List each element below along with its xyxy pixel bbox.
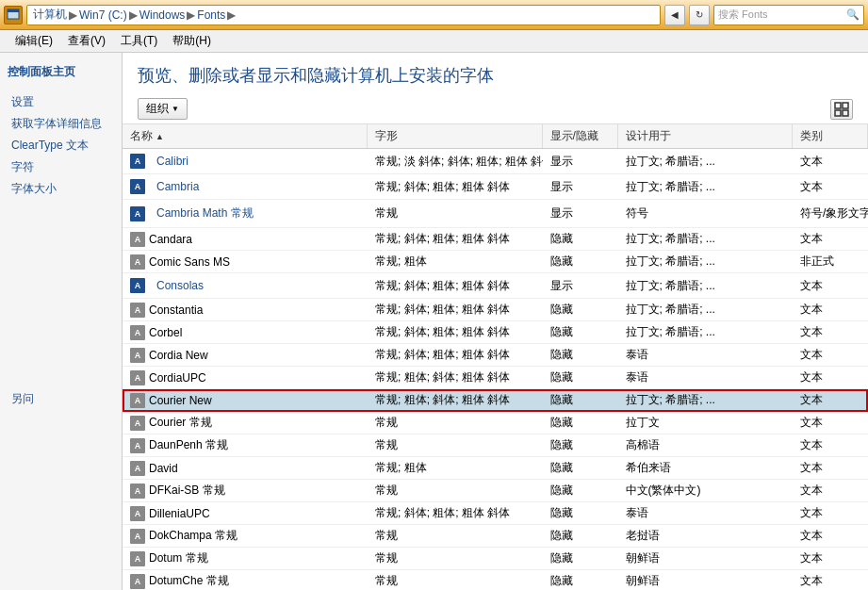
back-button[interactable]: ◀	[664, 5, 685, 25]
sidebar-item-settings[interactable]: 设置	[0, 91, 122, 113]
menu-bar: 编辑(E) 查看(V) 工具(T) 帮助(H)	[0, 30, 868, 53]
table-row[interactable]: A Consolas 常规; 斜体; 粗体; 粗体 斜体 显示 拉丁文; 希腊语…	[123, 273, 868, 299]
td-name: A Cambria	[123, 174, 368, 199]
table-body: A Calibri 常规; 淡 斜体; 斜体; 粗体; 粗体 斜体; 淡 显示 …	[123, 149, 868, 590]
td-style: 常规; 粗体; 斜体; 粗体 斜体	[368, 367, 543, 388]
table-row[interactable]: A Comic Sans MS 常规; 粗体 隐藏 拉丁文; 希腊语; ... …	[123, 251, 868, 273]
td-category: 文本	[793, 344, 868, 366]
font-table[interactable]: 名称 ▲ 字形 显示/隐藏 设计用于 类别 A Calibri 常规; 淡 斜体…	[123, 124, 868, 590]
font-icon: A	[130, 206, 145, 221]
font-icon: A	[130, 574, 145, 589]
td-designed-for: 拉丁文; 希腊语; ...	[618, 389, 794, 411]
sep-2: ▶	[129, 8, 138, 22]
td-visibility: 隐藏	[543, 228, 618, 250]
menu-tools[interactable]: 工具(T)	[113, 31, 165, 51]
font-name: David	[149, 462, 178, 475]
table-row[interactable]: A DokChampa 常规 常规 隐藏 老挝语 文本	[123, 525, 868, 548]
menu-help[interactable]: 帮助(H)	[165, 31, 219, 51]
table-row[interactable]: A Corbel 常规; 斜体; 粗体; 粗体 斜体 隐藏 拉丁文; 希腊语; …	[123, 321, 868, 344]
td-designed-for: 符号	[618, 200, 794, 227]
th-designed-for: 设计用于	[618, 124, 794, 148]
table-row[interactable]: A Courier 常规 常规 隐藏 拉丁文 文本	[123, 412, 868, 434]
refresh-button[interactable]: ↻	[689, 5, 710, 25]
table-row[interactable]: A DaunPenh 常规 常规 隐藏 高棉语 文本	[123, 434, 868, 457]
td-style: 常规	[368, 570, 543, 590]
th-visibility: 显示/隐藏	[543, 124, 618, 148]
td-designed-for: 拉丁文; 希腊语; ...	[618, 299, 794, 320]
sidebar-item-char[interactable]: 字符	[0, 156, 122, 178]
sidebar-item-font-size[interactable]: 字体大小	[0, 178, 122, 200]
td-visibility: 隐藏	[543, 344, 618, 366]
td-designed-for: 朝鲜语	[618, 548, 794, 569]
table-row[interactable]: A Dotum 常规 常规 隐藏 朝鲜语 文本	[123, 548, 868, 570]
td-name: A DFKai-SB 常规	[123, 480, 368, 501]
td-name: A Cordia New	[123, 344, 368, 366]
td-visibility: 隐藏	[543, 434, 618, 456]
td-visibility: 显示	[543, 200, 618, 227]
font-icon: A	[130, 438, 145, 453]
font-icon: A	[130, 325, 145, 340]
font-name: Dotum 常规	[149, 550, 208, 566]
td-visibility: 隐藏	[543, 389, 618, 411]
table-row[interactable]: A Cordia New 常规; 斜体; 粗体; 粗体 斜体 隐藏 泰语 文本	[123, 344, 868, 367]
th-name[interactable]: 名称 ▲	[123, 124, 368, 148]
font-name: Courier New	[149, 394, 212, 407]
td-style: 常规; 斜体; 粗体; 粗体 斜体	[368, 502, 543, 524]
td-style: 常规	[368, 412, 543, 434]
td-category: 文本	[793, 434, 868, 456]
sidebar-item-help[interactable]: 另问	[0, 388, 122, 410]
td-style: 常规; 粗体	[368, 251, 543, 272]
table-row[interactable]: A Cambria 常规; 斜体; 粗体; 粗体 斜体 显示 拉丁文; 希腊语;…	[123, 174, 868, 200]
td-designed-for: 老挝语	[618, 525, 794, 547]
td-designed-for: 中文(繁体中文)	[618, 480, 794, 501]
td-visibility: 隐藏	[543, 412, 618, 434]
view-toggle-button[interactable]	[830, 99, 853, 120]
toolbar: 组织 ▼	[123, 94, 868, 124]
td-designed-for: 拉丁文; 希腊语; ...	[618, 273, 794, 298]
table-row[interactable]: A Courier New 常规; 粗体; 斜体; 粗体 斜体 隐藏 拉丁文; …	[123, 389, 868, 412]
breadcrumb-windows[interactable]: Windows	[139, 8, 186, 22]
td-name: A DokChampa 常规	[123, 525, 368, 547]
menu-view[interactable]: 查看(V)	[60, 31, 113, 51]
font-name: Cordia New	[149, 349, 208, 362]
td-name: A Courier New	[123, 389, 368, 411]
font-icon: A	[130, 370, 145, 385]
td-designed-for: 拉丁文; 希腊语; ...	[618, 149, 794, 173]
table-row[interactable]: A DilleniaUPC 常规; 斜体; 粗体; 粗体 斜体 隐藏 泰语 文本	[123, 502, 868, 525]
sidebar-item-cleartype[interactable]: ClearType 文本	[0, 135, 122, 156]
table-row[interactable]: A Calibri 常规; 淡 斜体; 斜体; 粗体; 粗体 斜体; 淡 显示 …	[123, 149, 868, 174]
svg-rect-4	[835, 110, 841, 116]
td-style: 常规	[368, 548, 543, 569]
td-style: 常规; 斜体; 粗体; 粗体 斜体	[368, 273, 543, 298]
td-category: 非正式	[793, 251, 868, 272]
breadcrumb-drive[interactable]: Win7 (C:)	[79, 8, 127, 22]
organize-button[interactable]: 组织 ▼	[138, 98, 188, 120]
font-icon: A	[130, 232, 145, 247]
table-row[interactable]: A CordiaUPC 常规; 粗体; 斜体; 粗体 斜体 隐藏 泰语 文本	[123, 367, 868, 389]
td-name: A David	[123, 457, 368, 479]
search-box[interactable]: 搜索 Fonts 🔍	[713, 5, 864, 25]
td-name: A Comic Sans MS	[123, 251, 368, 272]
table-row[interactable]: A David 常规; 粗体 隐藏 希伯来语 文本	[123, 457, 868, 480]
svg-rect-5	[843, 110, 848, 116]
font-name: Comic Sans MS	[149, 255, 230, 269]
td-category: 文本	[793, 457, 868, 479]
page-title: 预览、删除或者显示和隐藏计算机上安装的字体	[138, 64, 853, 87]
td-visibility: 显示	[543, 273, 618, 298]
breadcrumb-fonts[interactable]: Fonts	[197, 8, 225, 22]
td-visibility: 隐藏	[543, 299, 618, 320]
breadcrumb-computer[interactable]: 计算机	[33, 7, 67, 23]
th-style: 字形	[368, 124, 543, 148]
table-row[interactable]: A DFKai-SB 常规 常规 隐藏 中文(繁体中文) 文本	[123, 480, 868, 502]
table-row[interactable]: A Candara 常规; 斜体; 粗体; 粗体 斜体 隐藏 拉丁文; 希腊语;…	[123, 228, 868, 251]
breadcrumb[interactable]: 计算机 ▶ Win7 (C:) ▶ Windows ▶ Fonts ▶	[26, 5, 661, 25]
sidebar-item-font-info[interactable]: 获取字体详细信息	[0, 113, 122, 135]
td-visibility: 隐藏	[543, 367, 618, 388]
table-row[interactable]: A DotumChe 常规 常规 隐藏 朝鲜语 文本	[123, 570, 868, 590]
menu-edit[interactable]: 编辑(E)	[8, 31, 60, 51]
sort-arrow-icon: ▲	[156, 132, 164, 141]
table-row[interactable]: A Constantia 常规; 斜体; 粗体; 粗体 斜体 隐藏 拉丁文; 希…	[123, 299, 868, 321]
table-row[interactable]: A Cambria Math 常规 常规 显示 符号 符号/象形文字	[123, 200, 868, 228]
td-category: 文本	[793, 570, 868, 590]
font-icon: A	[130, 461, 145, 476]
